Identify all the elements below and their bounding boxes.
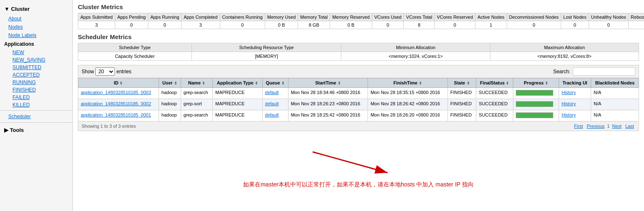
app-id-cell-link[interactable]: application_1480328510185_0001 [81, 112, 151, 117]
apps-table-header[interactable]: User ⇕ [159, 78, 181, 88]
apps-table-header[interactable]: Progress ⇕ [513, 78, 559, 88]
app-tracking-cell-link[interactable]: History [562, 112, 576, 117]
sidebar-item-node-labels[interactable]: Node Labels [0, 31, 72, 40]
app-id-cell[interactable]: application_1480328510185_0003 [78, 88, 159, 99]
apps-table-header[interactable]: StartTime ⇕ [288, 78, 368, 88]
metrics-value: 0 [589, 21, 628, 29]
cluster-section[interactable]: ▼ Cluster [0, 3, 72, 15]
app-user-cell: hadoop [159, 88, 181, 99]
table-controls: Show 20 50 100 entries Search: [78, 65, 639, 78]
sidebar-item-accepted[interactable]: ACCEPTED [0, 71, 72, 79]
metrics-header: Memory Total [298, 13, 330, 21]
app-finish-cell: Mon Nov 28 18:35:15 +0800 2016 [368, 88, 448, 99]
apps-table-header[interactable]: FinishTime ⇕ [368, 78, 448, 88]
cluster-metrics-table: Apps SubmittedApps PendingApps RunningAp… [78, 13, 644, 29]
last-page-link[interactable]: Last [625, 124, 634, 129]
apps-table-header[interactable]: Name ⇕ [181, 78, 212, 88]
apps-table-header[interactable]: FinalStatus ⇕ [476, 78, 513, 88]
sidebar-item-running[interactable]: RUNNING [0, 79, 72, 86]
app-progress-cell [513, 88, 559, 99]
sidebar-item-finished[interactable]: FINISHED [0, 86, 72, 94]
app-tracking-cell[interactable]: History [559, 110, 591, 122]
scheduler-header: Maximum Allocation [490, 43, 639, 52]
sidebar-item-about[interactable]: About [0, 15, 72, 23]
app-start-cell: Mon Nov 28 18:25:42 +0800 2016 [288, 110, 368, 122]
metrics-header: VCores Used [372, 13, 403, 21]
sidebar-item-scheduler[interactable]: Scheduler [0, 112, 72, 121]
sidebar-item-failed[interactable]: FAILED [0, 94, 72, 101]
showing-text: Showing 1 to 3 of 3 entries [82, 124, 136, 129]
app-user-cell: hadoop [159, 110, 181, 122]
metrics-header: Decommissioned Nodes [507, 13, 561, 21]
app-queue-cell[interactable]: default [262, 110, 288, 122]
sidebar-divider-2 [0, 122, 72, 123]
cluster-label: Cluster [11, 6, 30, 12]
app-tracking-cell[interactable]: History [559, 88, 591, 99]
apps-table-header[interactable]: State ⇕ [448, 78, 476, 88]
search-input[interactable] [573, 67, 635, 76]
svg-line-1 [313, 152, 388, 173]
applications-table: ID ⇕User ⇕Name ⇕Application Type ⇕Queue … [78, 78, 639, 122]
table-row: application_1480328510185_0002hadoopgrep… [78, 99, 639, 110]
app-final-status-cell: SUCCEEDED [476, 110, 513, 122]
app-id-cell[interactable]: application_1480328510185_0002 [78, 99, 159, 110]
app-name-cell: grep-sort [181, 99, 212, 110]
tools-section[interactable]: ▶ Tools [0, 124, 72, 136]
metrics-value: 0 [561, 21, 589, 29]
main-content: Cluster Metrics Apps SubmittedApps Pendi… [73, 0, 644, 211]
app-tracking-cell-link[interactable]: History [562, 90, 576, 95]
app-id-cell-link[interactable]: application_1480328510185_0003 [81, 90, 151, 95]
metrics-header: Lost Nodes [561, 13, 589, 21]
app-queue-cell-link[interactable]: default [265, 90, 279, 95]
app-queue-cell[interactable]: default [262, 99, 288, 110]
metrics-header: Apps Completed [182, 13, 220, 21]
metrics-value: 8 [404, 21, 435, 29]
applications-label: Applications [4, 41, 34, 47]
apps-table-header[interactable]: Queue ⇕ [262, 78, 288, 88]
metrics-header: Apps Submitted [78, 13, 115, 21]
app-finish-cell: Mon Nov 28 18:26:20 +0800 2016 [368, 110, 448, 122]
app-progress-cell [513, 99, 559, 110]
scheduler-value: [MEMORY] [191, 52, 341, 61]
next-page-link[interactable]: Next [612, 124, 622, 129]
sidebar-divider-1 [0, 110, 72, 111]
app-type-cell: MAPREDUCE [213, 88, 262, 99]
progress-bar-fill [516, 102, 553, 107]
metrics-value: 0 B [265, 21, 298, 29]
metrics-value: 0 [148, 21, 182, 29]
metrics-value: 0 [629, 21, 644, 29]
metrics-header: Apps Running [148, 13, 182, 21]
app-final-status-cell: SUCCEEDED [476, 99, 513, 110]
sidebar-item-new[interactable]: NEW [0, 49, 72, 56]
app-queue-cell-link[interactable]: default [265, 101, 279, 106]
app-id-cell[interactable]: application_1480328510185_0001 [78, 110, 159, 122]
app-tracking-cell-link[interactable]: History [562, 101, 576, 106]
metrics-value: 0 B [330, 21, 372, 29]
app-tracking-cell[interactable]: History [559, 99, 591, 110]
metrics-header: Memory Used [265, 13, 298, 21]
metrics-value: 3 [78, 21, 115, 29]
sidebar-item-nodes[interactable]: Nodes [0, 23, 72, 31]
app-final-status-cell: SUCCEEDED [476, 88, 513, 99]
apps-table-header: Tracking UI [559, 78, 591, 88]
apps-table-header[interactable]: ID ⇕ [78, 78, 159, 88]
app-queue-cell[interactable]: default [262, 88, 288, 99]
sidebar-item-new-saving[interactable]: NEW_SAVING [0, 56, 72, 64]
metrics-value: 0 [507, 21, 561, 29]
app-queue-cell-link[interactable]: default [265, 112, 279, 117]
apps-table-header[interactable]: Application Type ⇕ [213, 78, 262, 88]
metrics-header: Apps Pending [115, 13, 148, 21]
entries-select[interactable]: 20 50 100 [95, 67, 115, 76]
app-id-cell-link[interactable]: application_1480328510185_0002 [81, 101, 151, 106]
app-state-cell: FINISHED [448, 88, 476, 99]
first-page-link[interactable]: First [574, 124, 583, 129]
scheduler-metrics-table: Scheduler TypeScheduling Resource TypeMi… [78, 43, 639, 61]
scheduler-header: Minimum Allocation [341, 43, 490, 52]
previous-page-link[interactable]: Previous [587, 124, 604, 129]
sidebar-item-submitted[interactable]: SUBMITTED [0, 64, 72, 71]
current-page: 1 [607, 124, 609, 129]
sidebar: ▼ Cluster About Nodes Node Labels Applic… [0, 0, 73, 211]
app-start-cell: Mon Nov 28 18:26:23 +0800 2016 [288, 99, 368, 110]
show-entries: Show 20 50 100 entries [82, 67, 132, 76]
sidebar-item-killed[interactable]: KILLED [0, 101, 72, 109]
